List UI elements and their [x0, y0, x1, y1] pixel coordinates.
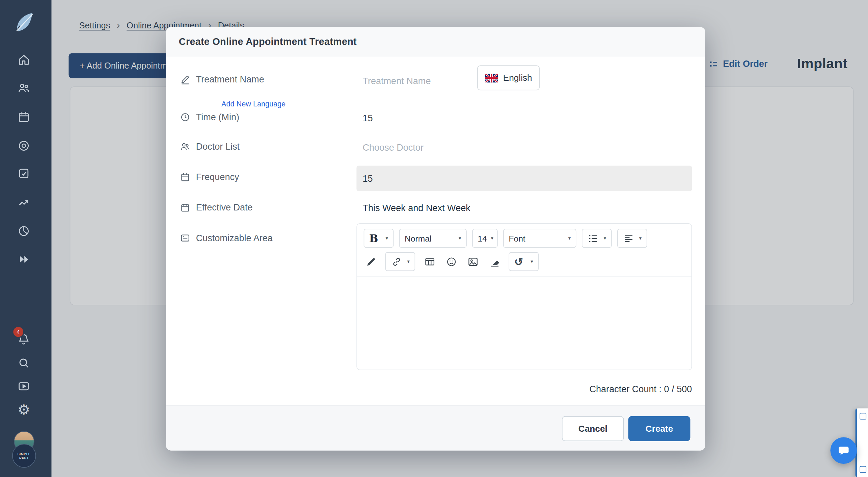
calendar-icon	[180, 172, 190, 182]
home-icon	[17, 53, 30, 66]
modal-title: Create Online Appointment Treatment	[179, 36, 357, 47]
pie-chart-icon	[17, 224, 30, 237]
doctor-list-label: Doctor List	[180, 141, 240, 152]
chevron-down-icon: ▾	[407, 259, 409, 264]
edge-widget-icon	[860, 413, 866, 420]
chevron-down-icon: ▾	[604, 235, 606, 241]
sidebar-nav-settings[interactable]: ⚙	[17, 403, 30, 416]
customizable-area-label: Customizable Area	[180, 233, 273, 243]
chevron-down-icon: ▾	[531, 259, 533, 264]
eraser-icon	[489, 256, 500, 267]
time-label: Time (Min)	[180, 112, 239, 122]
create-button[interactable]: Create	[628, 416, 690, 441]
pen-color-button[interactable]	[364, 253, 378, 270]
add-new-language-link[interactable]: Add New Language	[221, 100, 286, 108]
chat-bubble-icon	[837, 444, 850, 457]
eraser-button[interactable]	[487, 253, 501, 270]
font-family-dropdown[interactable]: Font ▾	[503, 229, 576, 248]
cancel-button[interactable]: Cancel	[562, 416, 624, 441]
time-value[interactable]: 15	[362, 113, 373, 124]
clock-icon	[180, 112, 190, 122]
undo-dropdown[interactable]: ↺ ▾	[509, 252, 539, 271]
sidebar-nav-analytics[interactable]	[17, 196, 30, 209]
undo-icon: ↺	[514, 256, 523, 267]
sidebar-nav-patients[interactable]	[17, 81, 30, 95]
sidebar-nav-support[interactable]	[17, 139, 30, 152]
life-ring-icon	[17, 139, 30, 152]
rich-text-editor: B ▾ Normal ▾ 14 ▾ Font ▾	[356, 223, 692, 370]
insert-image-button[interactable]	[465, 253, 480, 270]
notification-badge: 4	[13, 327, 23, 337]
brand-logo-feather-icon[interactable]	[12, 10, 36, 34]
chat-launcher-button[interactable]	[830, 437, 857, 464]
frequency-label: Frequency	[180, 172, 239, 182]
pen-icon	[365, 256, 377, 267]
character-count: Character Count : 0 / 500	[589, 384, 692, 395]
edit-pen-icon	[180, 74, 190, 85]
language-selector-button[interactable]: English	[477, 66, 540, 91]
chevron-down-icon: ▾	[491, 235, 493, 241]
modal-header: Create Online Appointment Treatment	[166, 27, 705, 56]
effective-date-value[interactable]: This Week and Next Week	[362, 203, 470, 213]
edge-widget-panel[interactable]	[855, 408, 868, 477]
paragraph-style-dropdown[interactable]: Normal ▾	[399, 229, 467, 248]
modal-footer: Cancel Create	[166, 405, 705, 451]
sidebar-nav-tasks[interactable]	[17, 167, 30, 180]
chevron-down-icon: ▾	[459, 235, 461, 241]
brand-badge[interactable]: SIMPLE DENT	[12, 444, 36, 468]
gear-icon: ⚙	[18, 403, 30, 416]
trending-up-icon	[17, 196, 30, 209]
sidebar-nav-search[interactable]	[17, 356, 30, 370]
image-icon	[467, 256, 479, 267]
treatment-name-label: Treatment Name	[180, 74, 264, 85]
choose-doctor-select[interactable]: Choose Doctor	[362, 143, 424, 153]
treatment-name-input[interactable]	[357, 69, 468, 93]
editor-toolbar: B ▾ Normal ▾ 14 ▾ Font ▾	[357, 224, 691, 277]
sidebar-nav-calendar[interactable]	[17, 110, 30, 123]
fast-forward-icon	[17, 253, 30, 266]
uk-flag-icon	[485, 73, 498, 82]
effective-date-label: Effective Date	[180, 202, 253, 213]
calendar-icon	[180, 202, 190, 213]
align-left-icon	[623, 232, 634, 244]
editor-content-area[interactable]	[357, 277, 691, 366]
bullet-list-icon	[587, 232, 599, 244]
bold-icon: B	[369, 232, 378, 244]
search-icon	[17, 356, 30, 370]
calendar-icon	[17, 110, 30, 123]
create-treatment-modal: Create Online Appointment Treatment Trea…	[166, 27, 705, 450]
insert-link-dropdown[interactable]: ▾	[385, 252, 415, 271]
sidebar-nav-home[interactable]	[17, 53, 30, 66]
link-icon	[391, 256, 402, 267]
font-size-dropdown[interactable]: 14 ▾	[472, 229, 497, 248]
doctors-icon	[180, 141, 190, 152]
insert-emoji-button[interactable]	[444, 253, 459, 270]
checkbox-icon	[17, 167, 30, 180]
app: 4 ⚙ SIMPLE DENT Settings	[0, 0, 868, 477]
frequency-input[interactable]	[356, 166, 692, 191]
sidebar-nav-fast-forward[interactable]	[17, 253, 30, 266]
chevron-down-icon: ▾	[639, 235, 642, 241]
chevron-down-icon: ▾	[568, 235, 571, 241]
align-dropdown[interactable]: ▾	[617, 229, 647, 248]
video-icon	[17, 380, 30, 393]
sidebar-nav-reports[interactable]	[17, 224, 30, 237]
people-icon	[17, 81, 30, 95]
card-panel-icon	[180, 233, 190, 243]
modal-body: Treatment Name English Add New Language	[166, 56, 705, 405]
sidebar-nav-tutorials[interactable]	[17, 380, 30, 393]
chevron-down-icon: ▾	[385, 235, 388, 241]
smiley-icon	[445, 256, 457, 267]
list-dropdown[interactable]: ▾	[582, 229, 612, 248]
sidebar: 4 ⚙ SIMPLE DENT	[0, 0, 52, 477]
insert-table-button[interactable]	[423, 253, 437, 270]
edge-widget-icon	[860, 466, 866, 473]
insert-table-icon	[424, 256, 435, 267]
bold-dropdown[interactable]: B ▾	[364, 229, 394, 248]
